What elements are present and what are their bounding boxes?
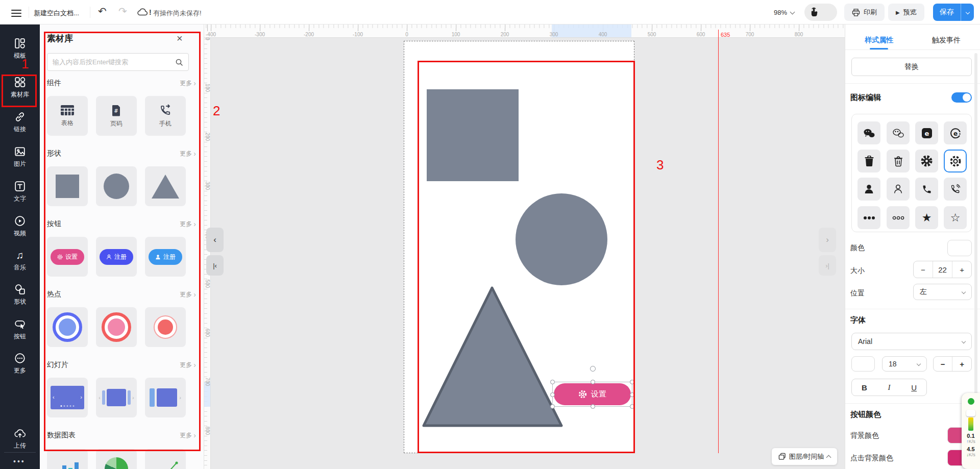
zoom-control[interactable]: 98% xyxy=(774,9,794,16)
more-link[interactable]: 更多› xyxy=(180,79,196,88)
sidebar-item-link[interactable]: 链接 xyxy=(0,111,40,141)
panel-expand-to-end-button[interactable]: ›| xyxy=(819,255,836,276)
icon-option-trash-filled[interactable] xyxy=(857,150,880,172)
replace-button[interactable]: 替换 xyxy=(851,58,972,76)
position-select[interactable]: 左 xyxy=(913,284,972,300)
hand-mode-toggle[interactable] xyxy=(804,4,837,21)
component-card-table[interactable]: 表格 xyxy=(47,96,88,136)
icon-option-phone-outline[interactable] xyxy=(944,178,967,201)
chart-card-line[interactable] xyxy=(145,449,186,469)
sidebar-item-image[interactable]: 图片 xyxy=(0,146,40,176)
sidebar-item-music[interactable]: ♫ 音乐 xyxy=(0,250,40,279)
selection-handle[interactable] xyxy=(630,392,634,397)
network-speed-overlay[interactable]: 0.1 ↑K/s 4.5 ↓K/s xyxy=(962,393,980,469)
component-card-page-number[interactable]: # 页码 xyxy=(96,96,137,136)
selection-handle[interactable] xyxy=(591,404,595,409)
tab-trigger-events[interactable]: 触发事件 xyxy=(932,36,961,45)
icon-option-wechat-filled[interactable] xyxy=(857,121,880,144)
sidebar-item-upload[interactable]: 上传 xyxy=(0,428,40,457)
hotspot-card-small-red[interactable] xyxy=(145,307,186,347)
panel-expand-right-button[interactable]: › xyxy=(819,228,836,252)
italic-button[interactable]: I xyxy=(877,379,902,396)
size-decrease-button[interactable]: − xyxy=(914,261,933,278)
icon-option-trash-outline[interactable] xyxy=(887,150,910,172)
hotspot-card-blue[interactable] xyxy=(47,307,88,347)
panel-collapse-to-start-button[interactable]: |‹ xyxy=(206,255,224,276)
search-icon[interactable] xyxy=(175,58,183,66)
icon-option-gear-outline-selected[interactable] xyxy=(944,150,967,172)
button-card-settings[interactable]: 设置 xyxy=(47,237,88,277)
inspector-scrollbar[interactable] xyxy=(974,53,977,410)
more-link[interactable]: 更多› xyxy=(180,220,196,229)
icon-option-gear-filled[interactable] xyxy=(915,150,938,172)
icon-option-user-filled[interactable] xyxy=(857,178,880,201)
chart-card-bar[interactable] xyxy=(47,449,88,469)
font-size-decrease-button[interactable]: − xyxy=(934,357,952,371)
hotspot-card-red[interactable] xyxy=(96,307,137,347)
icon-option-star-outline[interactable]: ☆ xyxy=(944,206,967,229)
sidebar-item-text[interactable]: 文字 xyxy=(0,181,40,210)
sidebar-item-material-library[interactable]: 素材库 xyxy=(0,77,40,106)
icon-option-wechat-outline[interactable] xyxy=(887,121,910,144)
slide-card-side[interactable]: › xyxy=(145,378,186,417)
icon-option-phone-filled[interactable] xyxy=(915,178,938,201)
bold-button[interactable]: B xyxy=(852,379,877,396)
more-link[interactable]: 更多› xyxy=(180,361,196,369)
more-link[interactable]: 更多› xyxy=(180,150,196,158)
sidebar-item-video[interactable]: 视频 xyxy=(0,215,40,245)
selection-handle[interactable] xyxy=(550,392,555,397)
preview-button[interactable]: ▶ 预览 xyxy=(888,4,924,21)
canvas-triangle-shape[interactable] xyxy=(416,282,567,429)
selection-handle[interactable] xyxy=(550,404,555,409)
icon-option-eqxiu-filled[interactable]: e xyxy=(915,121,938,144)
icon-option-ellipsis-outline[interactable] xyxy=(887,206,910,229)
undo-icon[interactable]: ↶ xyxy=(98,6,107,16)
panel-collapse-left-button[interactable]: ‹ xyxy=(206,228,224,252)
underline-button[interactable]: U xyxy=(901,379,926,396)
close-icon[interactable]: × xyxy=(177,34,183,43)
slider-thumb[interactable] xyxy=(966,410,975,416)
size-increase-button[interactable]: + xyxy=(952,261,971,278)
shape-card-triangle[interactable] xyxy=(145,166,186,206)
more-link[interactable]: 更多› xyxy=(180,431,196,440)
sidebar-item-shape[interactable]: 形状 xyxy=(0,284,40,313)
menu-icon[interactable] xyxy=(11,8,21,19)
chart-card-pie[interactable] xyxy=(96,449,137,469)
sidebar-item-template[interactable]: 模板 xyxy=(0,38,40,67)
component-card-phone[interactable]: 手机 xyxy=(145,96,186,136)
ruler-guide-line[interactable] xyxy=(718,30,719,453)
font-size-select[interactable]: 18 xyxy=(882,356,927,372)
sidebar-overflow-dots[interactable]: ••• xyxy=(13,457,26,465)
icon-option-user-outline[interactable] xyxy=(887,178,910,201)
layers-timeline-button[interactable]: 图层/时间轴 xyxy=(772,448,837,465)
button-card-register-2[interactable]: 注册 xyxy=(145,237,186,277)
save-dropdown-button[interactable] xyxy=(961,4,974,21)
icon-color-swatch[interactable] xyxy=(947,240,972,256)
search-input[interactable] xyxy=(53,58,175,66)
slide-card-carousel[interactable]: ‹ › xyxy=(96,378,137,417)
button-card-register-1[interactable]: 注册 xyxy=(96,237,137,277)
icon-option-ellipsis-filled[interactable] xyxy=(857,206,880,229)
more-link[interactable]: 更多› xyxy=(180,290,196,299)
sidebar-item-more[interactable]: 更多 xyxy=(0,353,40,382)
icon-option-eqxiu-outline[interactable]: e xyxy=(944,121,967,144)
canvas-square-shape[interactable] xyxy=(427,89,519,181)
save-button[interactable]: 保存 xyxy=(933,4,961,21)
selection-handle[interactable] xyxy=(591,380,595,384)
shape-card-circle[interactable] xyxy=(96,166,137,206)
sidebar-item-button[interactable]: 按钮 xyxy=(0,318,40,348)
slide-card-full[interactable]: ‹ › xyxy=(47,378,88,417)
document-title[interactable]: 新建空白文档... xyxy=(34,9,79,18)
icon-edit-toggle[interactable] xyxy=(951,92,972,103)
canvas-circle-shape[interactable] xyxy=(516,193,607,285)
font-color-swatch[interactable] xyxy=(851,356,875,372)
selection-handle[interactable] xyxy=(630,404,634,409)
selection-handle[interactable] xyxy=(630,380,634,384)
icon-option-star-filled[interactable]: ★ xyxy=(915,206,938,229)
tab-style-properties[interactable]: 样式属性 xyxy=(865,36,893,45)
font-family-select[interactable]: Arial xyxy=(851,333,972,350)
print-button[interactable]: 印刷 xyxy=(844,4,885,21)
rotation-handle[interactable] xyxy=(590,366,596,372)
font-size-increase-button[interactable]: + xyxy=(952,357,971,371)
selection-handle[interactable] xyxy=(550,380,555,384)
